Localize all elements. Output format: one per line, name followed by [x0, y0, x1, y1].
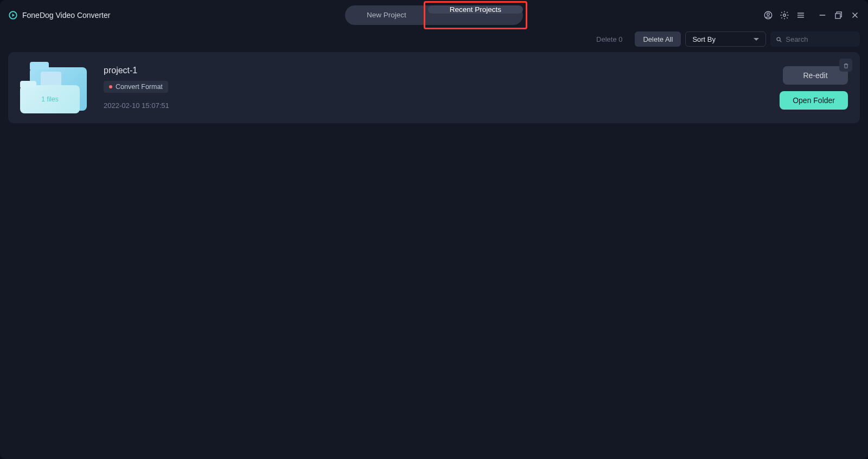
folder-front-shape: 1 files: [20, 85, 80, 113]
reedit-button[interactable]: Re-edit: [783, 66, 848, 85]
maximize-icon[interactable]: [834, 10, 844, 20]
search-input[interactable]: [786, 35, 854, 43]
project-tag-text: Convert Format: [116, 83, 163, 91]
close-icon[interactable]: [850, 10, 860, 20]
chevron-down-icon: [754, 38, 759, 41]
folder-files-count: 1 files: [41, 95, 58, 103]
nav-tabs: New Project Recent Projects: [345, 5, 523, 25]
project-tag: Convert Format: [104, 81, 168, 93]
tab-recent-projects[interactable]: Recent Projects: [428, 5, 523, 14]
svg-point-2: [767, 12, 770, 15]
minimize-icon[interactable]: [818, 10, 827, 20]
app-logo-icon: [8, 10, 18, 20]
tab-new-project[interactable]: New Project: [345, 5, 428, 25]
menu-icon[interactable]: [796, 10, 806, 20]
search-box: [770, 31, 860, 47]
project-folder-icon: 1 files: [20, 62, 91, 113]
project-name: project-1: [104, 66, 169, 75]
project-card[interactable]: 1 files project-1 Convert Format 2022-02…: [8, 52, 860, 123]
open-folder-button[interactable]: Open Folder: [780, 91, 848, 110]
project-info: project-1 Convert Format 2022-02-10 15:0…: [104, 66, 169, 110]
window-controls: [763, 10, 860, 20]
sort-label: Sort By: [692, 35, 716, 43]
svg-point-3: [783, 14, 786, 16]
delete-all-button[interactable]: Delete All: [635, 31, 681, 47]
app-title: FoneDog Video Converter: [22, 11, 110, 20]
account-icon[interactable]: [763, 10, 773, 20]
delete-project-button[interactable]: [839, 59, 852, 72]
search-icon: [776, 35, 782, 43]
trash-icon: [843, 62, 850, 69]
status-dot-icon: [109, 85, 112, 88]
settings-icon[interactable]: [780, 10, 789, 20]
main-window: FoneDog Video Converter New Project Rece…: [0, 0, 868, 459]
project-actions: Re-edit Open Folder: [780, 66, 848, 110]
sort-dropdown[interactable]: Sort By: [685, 31, 766, 47]
toolbar: Delete 0 Delete All Sort By: [0, 30, 868, 48]
project-timestamp: 2022-02-10 15:07:51: [104, 101, 169, 110]
svg-point-12: [777, 37, 780, 41]
content-area: 1 files project-1 Convert Format 2022-02…: [0, 48, 868, 459]
tab-recent-wrap: Recent Projects: [428, 5, 523, 25]
logo-area: FoneDog Video Converter: [8, 10, 110, 20]
titlebar: FoneDog Video Converter New Project Rece…: [0, 0, 868, 30]
svg-rect-9: [835, 14, 840, 18]
delete-selected-button[interactable]: Delete 0: [588, 31, 630, 47]
svg-line-13: [780, 40, 782, 42]
